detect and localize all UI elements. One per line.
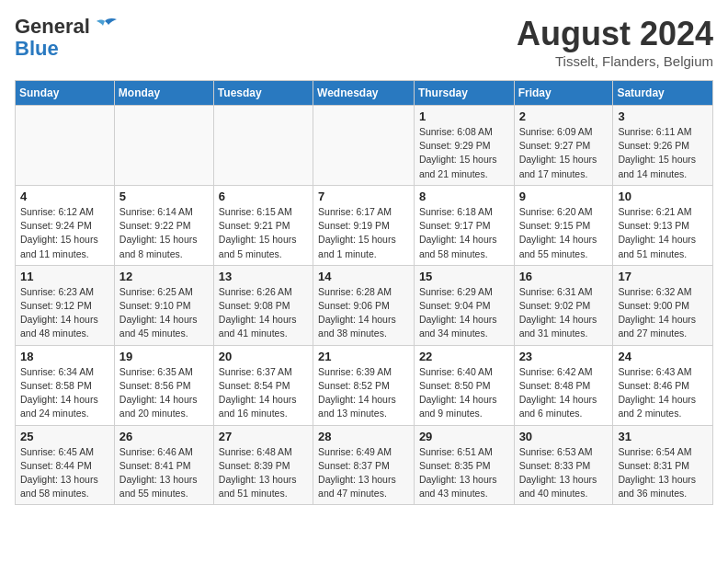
day-number: 21 xyxy=(318,350,409,363)
day-info: Sunrise: 6:28 AM Sunset: 9:06 PM Dayligh… xyxy=(318,285,409,341)
calendar-cell: 29Sunrise: 6:51 AM Sunset: 8:35 PM Dayli… xyxy=(414,425,514,505)
week-row-2: 4Sunrise: 6:12 AM Sunset: 9:24 PM Daylig… xyxy=(16,185,713,265)
day-info: Sunrise: 6:26 AM Sunset: 9:08 PM Dayligh… xyxy=(219,285,308,341)
day-number: 7 xyxy=(318,190,409,203)
day-info: Sunrise: 6:20 AM Sunset: 9:15 PM Dayligh… xyxy=(519,205,609,261)
day-number: 31 xyxy=(618,430,708,443)
calendar-cell: 25Sunrise: 6:45 AM Sunset: 8:44 PM Dayli… xyxy=(16,425,115,505)
calendar-cell: 27Sunrise: 6:48 AM Sunset: 8:39 PM Dayli… xyxy=(213,425,313,505)
day-info: Sunrise: 6:11 AM Sunset: 9:26 PM Dayligh… xyxy=(618,125,708,181)
day-info: Sunrise: 6:35 AM Sunset: 8:56 PM Dayligh… xyxy=(119,365,209,421)
day-info: Sunrise: 6:15 AM Sunset: 9:21 PM Dayligh… xyxy=(219,205,308,261)
calendar-cell: 1Sunrise: 6:08 AM Sunset: 9:29 PM Daylig… xyxy=(414,106,514,186)
calendar-cell: 20Sunrise: 6:37 AM Sunset: 8:54 PM Dayli… xyxy=(213,345,313,425)
week-row-5: 25Sunrise: 6:45 AM Sunset: 8:44 PM Dayli… xyxy=(16,425,713,505)
day-info: Sunrise: 6:12 AM Sunset: 9:24 PM Dayligh… xyxy=(20,205,109,261)
weekday-header-friday: Friday xyxy=(514,81,613,106)
weekday-header-tuesday: Tuesday xyxy=(213,81,313,106)
day-number: 2 xyxy=(519,109,609,123)
calendar-cell: 23Sunrise: 6:42 AM Sunset: 8:48 PM Dayli… xyxy=(514,345,613,425)
day-number: 9 xyxy=(519,190,609,203)
page-header: General Blue August 2024 Tisselt, Flande… xyxy=(15,15,713,69)
week-row-1: 1Sunrise: 6:08 AM Sunset: 9:29 PM Daylig… xyxy=(16,106,713,186)
calendar-cell: 30Sunrise: 6:53 AM Sunset: 8:33 PM Dayli… xyxy=(514,425,613,505)
calendar-cell: 31Sunrise: 6:54 AM Sunset: 8:31 PM Dayli… xyxy=(613,425,713,505)
weekday-header-sunday: Sunday xyxy=(16,81,115,106)
day-info: Sunrise: 6:48 AM Sunset: 8:39 PM Dayligh… xyxy=(219,445,308,501)
day-number: 18 xyxy=(20,350,109,363)
day-number: 29 xyxy=(419,430,509,443)
day-info: Sunrise: 6:31 AM Sunset: 9:02 PM Dayligh… xyxy=(519,285,609,341)
calendar-cell: 24Sunrise: 6:43 AM Sunset: 8:46 PM Dayli… xyxy=(613,345,713,425)
day-number: 26 xyxy=(119,430,209,443)
day-number: 11 xyxy=(20,270,109,283)
day-info: Sunrise: 6:51 AM Sunset: 8:35 PM Dayligh… xyxy=(419,445,509,501)
location: Tisselt, Flanders, Belgium xyxy=(517,53,713,69)
day-info: Sunrise: 6:17 AM Sunset: 9:19 PM Dayligh… xyxy=(318,205,409,261)
logo: General Blue xyxy=(15,15,118,61)
day-info: Sunrise: 6:49 AM Sunset: 8:37 PM Dayligh… xyxy=(318,445,409,501)
logo-general: General xyxy=(15,15,90,39)
day-info: Sunrise: 6:34 AM Sunset: 8:58 PM Dayligh… xyxy=(20,365,109,421)
day-number: 16 xyxy=(519,270,609,283)
calendar-cell: 19Sunrise: 6:35 AM Sunset: 8:56 PM Dayli… xyxy=(114,345,213,425)
day-number: 6 xyxy=(219,190,308,203)
calendar-cell: 26Sunrise: 6:46 AM Sunset: 8:41 PM Dayli… xyxy=(114,425,213,505)
day-info: Sunrise: 6:43 AM Sunset: 8:46 PM Dayligh… xyxy=(618,365,708,421)
calendar-cell: 10Sunrise: 6:21 AM Sunset: 9:13 PM Dayli… xyxy=(613,185,713,265)
day-number: 24 xyxy=(618,350,708,363)
week-row-4: 18Sunrise: 6:34 AM Sunset: 8:58 PM Dayli… xyxy=(16,345,713,425)
logo-bird-icon xyxy=(92,17,118,36)
weekday-header-saturday: Saturday xyxy=(613,81,713,106)
day-number: 13 xyxy=(219,270,308,283)
calendar-cell: 18Sunrise: 6:34 AM Sunset: 8:58 PM Dayli… xyxy=(16,345,115,425)
day-info: Sunrise: 6:37 AM Sunset: 8:54 PM Dayligh… xyxy=(219,365,308,421)
day-number: 12 xyxy=(119,270,209,283)
day-number: 1 xyxy=(419,109,509,123)
calendar-cell xyxy=(114,106,213,186)
day-number: 8 xyxy=(419,190,509,203)
day-info: Sunrise: 6:08 AM Sunset: 9:29 PM Dayligh… xyxy=(419,125,509,181)
day-info: Sunrise: 6:46 AM Sunset: 8:41 PM Dayligh… xyxy=(119,445,209,501)
calendar-cell: 5Sunrise: 6:14 AM Sunset: 9:22 PM Daylig… xyxy=(114,185,213,265)
weekday-header-wednesday: Wednesday xyxy=(313,81,415,106)
day-info: Sunrise: 6:29 AM Sunset: 9:04 PM Dayligh… xyxy=(419,285,509,341)
calendar-cell: 9Sunrise: 6:20 AM Sunset: 9:15 PM Daylig… xyxy=(514,185,613,265)
calendar-cell: 2Sunrise: 6:09 AM Sunset: 9:27 PM Daylig… xyxy=(514,106,613,186)
calendar-cell: 8Sunrise: 6:18 AM Sunset: 9:17 PM Daylig… xyxy=(414,185,514,265)
day-number: 30 xyxy=(519,430,609,443)
calendar-cell: 14Sunrise: 6:28 AM Sunset: 9:06 PM Dayli… xyxy=(313,265,415,345)
weekday-header-thursday: Thursday xyxy=(414,81,514,106)
day-info: Sunrise: 6:23 AM Sunset: 9:12 PM Dayligh… xyxy=(20,285,109,341)
day-number: 15 xyxy=(419,270,509,283)
calendar-table: SundayMondayTuesdayWednesdayThursdayFrid… xyxy=(15,80,713,505)
calendar-cell: 7Sunrise: 6:17 AM Sunset: 9:19 PM Daylig… xyxy=(313,185,415,265)
calendar-cell xyxy=(213,106,313,186)
day-number: 3 xyxy=(618,109,708,123)
day-info: Sunrise: 6:09 AM Sunset: 9:27 PM Dayligh… xyxy=(519,125,609,181)
day-number: 20 xyxy=(219,350,308,363)
day-info: Sunrise: 6:18 AM Sunset: 9:17 PM Dayligh… xyxy=(419,205,509,261)
calendar-cell: 11Sunrise: 6:23 AM Sunset: 9:12 PM Dayli… xyxy=(16,265,115,345)
day-number: 14 xyxy=(318,270,409,283)
day-number: 5 xyxy=(119,190,209,203)
day-info: Sunrise: 6:14 AM Sunset: 9:22 PM Dayligh… xyxy=(119,205,209,261)
calendar-cell: 16Sunrise: 6:31 AM Sunset: 9:02 PM Dayli… xyxy=(514,265,613,345)
calendar-cell: 22Sunrise: 6:40 AM Sunset: 8:50 PM Dayli… xyxy=(414,345,514,425)
day-number: 17 xyxy=(618,270,708,283)
month-title: August 2024 xyxy=(517,15,713,53)
day-number: 19 xyxy=(119,350,209,363)
day-info: Sunrise: 6:53 AM Sunset: 8:33 PM Dayligh… xyxy=(519,445,609,501)
weekday-header-monday: Monday xyxy=(114,81,213,106)
day-number: 4 xyxy=(20,190,109,203)
title-block: August 2024 Tisselt, Flanders, Belgium xyxy=(517,15,713,69)
day-info: Sunrise: 6:40 AM Sunset: 8:50 PM Dayligh… xyxy=(419,365,509,421)
calendar-cell xyxy=(16,106,115,186)
calendar-cell: 4Sunrise: 6:12 AM Sunset: 9:24 PM Daylig… xyxy=(16,185,115,265)
logo-blue: Blue xyxy=(15,37,59,60)
day-number: 22 xyxy=(419,350,509,363)
calendar-cell: 15Sunrise: 6:29 AM Sunset: 9:04 PM Dayli… xyxy=(414,265,514,345)
calendar-cell: 21Sunrise: 6:39 AM Sunset: 8:52 PM Dayli… xyxy=(313,345,415,425)
day-info: Sunrise: 6:25 AM Sunset: 9:10 PM Dayligh… xyxy=(119,285,209,341)
day-info: Sunrise: 6:39 AM Sunset: 8:52 PM Dayligh… xyxy=(318,365,409,421)
